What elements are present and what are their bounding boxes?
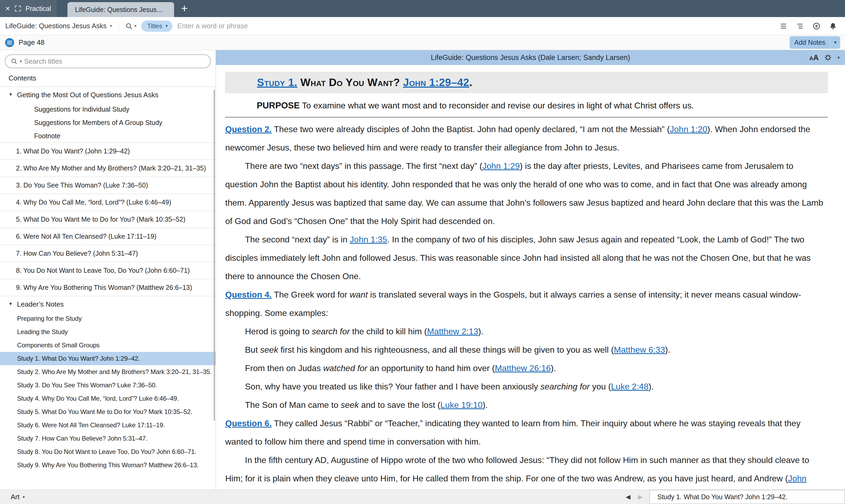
- tab-lifeguide[interactable]: LifeGuide: Questions Jesus…: [67, 2, 174, 17]
- text-run: There are two “next days” in this passag…: [245, 161, 482, 171]
- sidebar-item[interactable]: Preparing for the Study: [0, 312, 216, 325]
- sidebar-scrollbar[interactable]: [214, 90, 215, 421]
- sidebar-item[interactable]: 4. Why Do You Call Me, “lord, Lord”? (Lu…: [0, 194, 216, 211]
- sidebar-item[interactable]: ▼Getting the Most Out of Questions Jesus…: [0, 87, 216, 103]
- sidebar-item[interactable]: Leading the Study: [0, 325, 216, 339]
- sidebar-item-label: Study 7. How Can You Believe? John 5:31–…: [17, 434, 147, 443]
- caret-down-icon[interactable]: ▼: [8, 92, 13, 97]
- search-scope-pill[interactable]: Titles ▾: [141, 20, 173, 32]
- sidebar-item-label: 7. How Can You Believe? (John 5:31–47): [16, 250, 138, 257]
- paragraph: Son, why have you treated us like this? …: [225, 377, 828, 396]
- panel-toolbar: LifeGuide: Questions Jesus Asks ▾ ▾ Titl…: [0, 17, 845, 35]
- scripture-link[interactable]: Luke 19:10: [440, 400, 482, 410]
- previous-page-arrow-icon[interactable]: ◀: [626, 493, 631, 501]
- sidebar-item[interactable]: Study 4. Why Do You Call Me, “lord, Lord…: [0, 392, 216, 405]
- sidebar-item[interactable]: Study 9. Why Are You Bothering This Woma…: [0, 458, 216, 472]
- sidebar-item[interactable]: 6. Were Not All Ten Cleansed? (Luke 17:1…: [0, 228, 216, 245]
- sidebar-item[interactable]: Suggestions for Individual Study: [0, 103, 216, 116]
- resource-title: LifeGuide: Questions Jesus Asks (Dale La…: [431, 54, 630, 62]
- text-run: first his kingdom and his righteousness,…: [278, 345, 614, 355]
- scripture-link[interactable]: Study 1.: [257, 76, 297, 88]
- sidebar-item[interactable]: ▼Leader’s Notes: [0, 296, 216, 312]
- sidebar-item[interactable]: 9. Why Are You Bothering This Woman? (Ma…: [0, 279, 216, 296]
- article-body: Question 2. These two were already disci…: [225, 118, 828, 490]
- paragraph: But seek first his kingdom and his right…: [225, 341, 828, 359]
- search-icon: [125, 22, 133, 30]
- sidebar-item[interactable]: Suggestions for Members of A Group Study: [0, 116, 216, 129]
- scripture-link[interactable]: Question 2.: [225, 124, 271, 134]
- sidebar-item-label: Preparing for the Study: [17, 314, 82, 323]
- text-run: In the fifth century AD, Augustine of Hi…: [225, 455, 809, 483]
- text-run: watched for: [323, 363, 367, 373]
- reading-pane: Study 1. What Do You Want? John 1:29–42.…: [216, 65, 845, 490]
- add-notes-dropdown[interactable]: ▾: [830, 36, 840, 49]
- menu-icon[interactable]: [779, 22, 788, 30]
- main-pane: LifeGuide: Questions Jesus Asks (Dale La…: [216, 50, 845, 490]
- scripture-link[interactable]: Luke 2:48: [611, 382, 649, 391]
- new-tab-button[interactable]: +: [181, 3, 188, 14]
- sidebar-item[interactable]: Study 3. Do You See This Woman? Luke 7:3…: [0, 379, 216, 392]
- scripture-link[interactable]: Question 6.: [225, 418, 271, 428]
- study-heading: Study 1. What Do You Want? John 1:29–42.: [257, 76, 822, 88]
- search-input[interactable]: [177, 22, 774, 30]
- sidebar-item[interactable]: Study 8. You Do Not Want to Leave Too, D…: [0, 445, 216, 458]
- sidebar-item[interactable]: 3. Do You See This Woman? (Luke 7:36–50): [0, 177, 216, 194]
- text-size-icon[interactable]: AA: [809, 53, 818, 62]
- sidebar-search-input[interactable]: [24, 57, 205, 66]
- sidebar-item[interactable]: 8. You Do Not Want to Leave Too, Do You?…: [0, 262, 216, 279]
- scripture-link[interactable]: John 1:29: [482, 161, 520, 171]
- workspace-control: × Practical: [0, 0, 57, 17]
- scripture-link[interactable]: Matthew 26:16: [495, 363, 551, 373]
- sidebar-item[interactable]: Components of Small Groups: [0, 339, 216, 352]
- scripture-link[interactable]: John 1:29–42: [403, 76, 469, 88]
- sidebar-item[interactable]: Study 1. What Do You Want? John 1:29–42.: [0, 352, 216, 365]
- scripture-link[interactable]: Matthew 2:13: [427, 327, 478, 336]
- sidebar-item-label: Footnote: [34, 131, 60, 140]
- scripture-link[interactable]: John 1:35: [350, 235, 387, 244]
- expand-icon[interactable]: [14, 5, 21, 12]
- caret-down-icon[interactable]: ▼: [8, 302, 13, 306]
- paragraph: The second “next day” is in John 1:35. I…: [225, 230, 828, 286]
- table-of-contents-icon[interactable]: [5, 38, 14, 48]
- chevron-down-icon: ▾: [834, 40, 837, 45]
- sidebar-item[interactable]: 7. How Can You Believe? (John 5:31–47): [0, 245, 216, 262]
- section-dropdown[interactable]: Art ▾: [0, 493, 25, 501]
- search-scope-label: Titles: [147, 22, 162, 30]
- sidebar-item[interactable]: Study 2. Who Are My Mother and My Brothe…: [0, 365, 216, 379]
- text-run: The Greek word for: [271, 290, 350, 300]
- text-run: From then on Judas: [245, 363, 323, 373]
- outline-icon[interactable]: [796, 22, 804, 30]
- sidebar-item[interactable]: Study 5. What Do You Want Me to Do for Y…: [0, 405, 216, 418]
- chevron-down-icon[interactable]: ▾: [837, 55, 840, 60]
- scripture-link[interactable]: Matthew 6:33: [614, 345, 665, 355]
- sidebar-item-label: Study 2. Who Are My Mother and My Brothe…: [17, 367, 212, 376]
- page-navigation: ◀ ▶: [626, 493, 643, 501]
- scripture-link[interactable]: Question 4.: [225, 290, 271, 300]
- sidebar-item[interactable]: 5. What Do You Want Me to Do for You? (M…: [0, 211, 216, 228]
- add-circle-icon[interactable]: [812, 22, 821, 30]
- page-indicator: Page 48: [19, 38, 45, 47]
- text-run: They called Jesus “Rabbi” or “Teacher,” …: [225, 418, 800, 447]
- text-run: ) is the day after priests, Levites, and…: [225, 161, 823, 226]
- search-type-selector[interactable]: ▾: [125, 22, 137, 30]
- text-run: The Son of Man came to: [245, 400, 341, 410]
- resource-selector[interactable]: LifeGuide: Questions Jesus Asks ▾: [5, 22, 112, 30]
- gear-icon[interactable]: [824, 54, 832, 61]
- scripture-link[interactable]: John 1:20: [670, 124, 707, 134]
- sidebar-item[interactable]: 2. Who Are My Mother and My Brothers? (M…: [0, 160, 216, 177]
- text-run: What Do You Want?: [297, 76, 403, 88]
- add-notes-label: Add Notes: [790, 36, 830, 49]
- notifications-bell-icon[interactable]: [829, 22, 837, 30]
- text-run: ).: [478, 327, 483, 336]
- sidebar-item[interactable]: 1. What Do You Want? (John 1:29–42): [0, 143, 216, 160]
- toolbar-divider: [119, 21, 119, 31]
- sidebar-item[interactable]: Study 6. Were Not All Ten Cleansed? Luke…: [0, 418, 216, 432]
- close-icon[interactable]: ×: [5, 4, 10, 13]
- paragraph: From then on Judas watched for an opport…: [225, 359, 828, 377]
- sidebar-item[interactable]: Footnote: [0, 129, 216, 143]
- sidebar-item-label: Leading the Study: [17, 328, 68, 336]
- text-run: ).: [649, 382, 654, 391]
- sidebar-item[interactable]: Study 7. How Can You Believe? John 5:31–…: [0, 432, 216, 445]
- sidebar-search-box[interactable]: ▾: [5, 54, 211, 68]
- add-notes-button[interactable]: Add Notes ▾: [790, 36, 840, 49]
